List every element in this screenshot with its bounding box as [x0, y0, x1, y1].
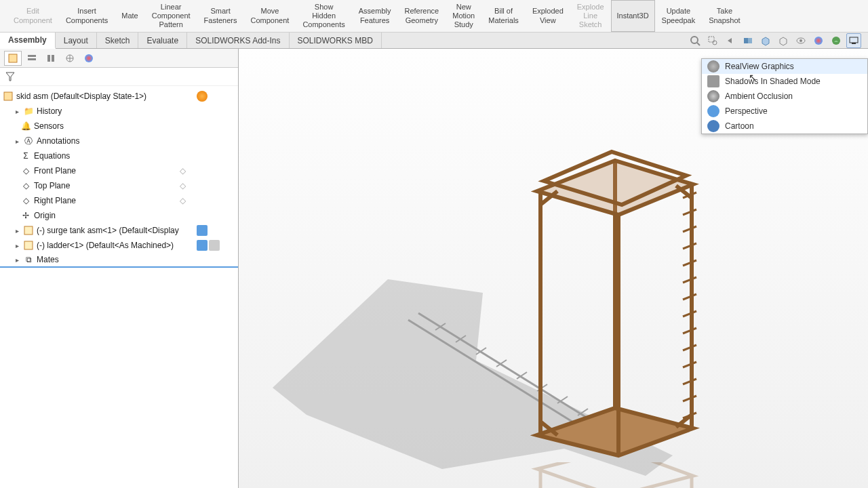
- component-pattern-btn[interactable]: Linear Component Pattern: [145, 0, 197, 32]
- show-hidden-btn[interactable]: Show Hidden Components: [296, 0, 351, 32]
- configuration-tab[interactable]: [42, 51, 60, 66]
- tree-front-plane[interactable]: ◇ Front Plane ◇: [0, 163, 238, 178]
- svg-point-5: [800, 39, 802, 42]
- perspective-item[interactable]: Perspective: [702, 104, 867, 119]
- tree-equations[interactable]: Σ Equations: [0, 148, 238, 163]
- new-motion-study-btn[interactable]: New Motion Study: [446, 0, 481, 32]
- tree-surge-tank[interactable]: ▸ (-) surge tank asm<1> (Default<Display…: [0, 223, 238, 238]
- tree-root[interactable]: skid asm (Default<Display State-1>): [0, 89, 238, 104]
- folder-icon: 📁: [23, 106, 34, 117]
- annotations-icon: Ⓐ: [23, 136, 34, 146]
- ambient-icon: [707, 90, 719, 102]
- expand-icon[interactable]: ▸: [14, 227, 20, 235]
- tab-layout[interactable]: Layout: [56, 33, 97, 48]
- reference-geometry-btn[interactable]: Reference Geometry: [397, 0, 446, 32]
- tab-addins[interactable]: SOLIDWORKS Add-Ins: [187, 33, 289, 48]
- edit-appearance-icon[interactable]: [811, 33, 826, 48]
- view-settings-dropdown: RealView Graphics Shadows In Shaded Mode…: [701, 58, 868, 134]
- realview-graphics-item[interactable]: RealView Graphics: [702, 59, 867, 74]
- explode-line-sketch-btn[interactable]: Explode Line Sketch: [570, 0, 611, 32]
- section-view-icon[interactable]: [741, 33, 755, 48]
- previous-view-icon[interactable]: [723, 33, 738, 48]
- expand-icon[interactable]: ▸: [14, 108, 20, 115]
- zoom-area-icon[interactable]: [705, 33, 720, 48]
- take-snapshot-btn[interactable]: Take Snapshot: [702, 0, 747, 32]
- tree-label: (-) surge tank asm<1> (Default<Display S…: [37, 226, 179, 235]
- mates-icon: ⧉: [23, 254, 34, 265]
- property-manager-tab[interactable]: [23, 51, 41, 66]
- svg-point-0: [691, 37, 698, 43]
- plane-icon: ◇: [20, 195, 31, 206]
- edit-icon[interactable]: [209, 240, 220, 251]
- svg-rect-8: [850, 37, 858, 43]
- tree-right-plane[interactable]: ◇ Right Plane ◇: [0, 193, 238, 208]
- plane-icon: ◇: [20, 180, 31, 191]
- command-tabs: Assembly Layout Sketch Evaluate SOLIDWOR…: [0, 33, 868, 49]
- expand-icon[interactable]: ▸: [14, 256, 20, 264]
- tab-sketch[interactable]: Sketch: [97, 33, 139, 48]
- expand-icon[interactable]: ▸: [14, 138, 20, 145]
- visibility-icon[interactable]: ◇: [180, 166, 186, 176]
- edit-component-btn[interactable]: Edit Component: [7, 0, 59, 32]
- mate-btn[interactable]: Mate: [115, 0, 144, 32]
- hide-show-icon[interactable]: [793, 33, 808, 48]
- smart-fasteners-btn[interactable]: Smart Fasteners: [197, 0, 244, 32]
- dimxpert-tab[interactable]: [61, 51, 79, 66]
- assembly-features-btn[interactable]: Assembly Features: [352, 0, 398, 32]
- sensors-icon: 🔔: [20, 121, 31, 131]
- view-orientation-icon[interactable]: [758, 33, 773, 48]
- tree-label: Origin: [34, 211, 56, 220]
- tree-label: Right Plane: [34, 196, 76, 205]
- realview-icon: [707, 60, 719, 73]
- tree-label: Top Plane: [34, 181, 70, 190]
- appearance-badge-icon[interactable]: [197, 91, 208, 102]
- tab-mbd[interactable]: SOLIDWORKS MBD: [290, 33, 382, 48]
- tree-ladder[interactable]: ▸ (-) ladder<1> (Default<As Machined>): [0, 238, 238, 253]
- tab-assembly[interactable]: Assembly: [0, 33, 56, 49]
- apply-scene-icon[interactable]: [829, 33, 844, 48]
- tree-label: Sensors: [34, 121, 64, 131]
- menu-label: Shadows In Shaded Mode: [725, 77, 821, 86]
- cartoon-item[interactable]: Cartoon: [702, 119, 867, 134]
- svg-rect-10: [9, 54, 17, 62]
- plane-icon: ◇: [20, 165, 31, 176]
- move-component-btn[interactable]: Move Component: [244, 0, 296, 32]
- visibility-icon[interactable]: ◇: [180, 181, 186, 190]
- tree-mates[interactable]: ▸ ⧉ Mates: [0, 253, 238, 268]
- zoom-to-fit-icon[interactable]: [688, 33, 703, 48]
- tab-evaluate[interactable]: Evaluate: [138, 33, 187, 48]
- filter-icon[interactable]: [4, 70, 16, 83]
- svg-rect-19: [24, 241, 33, 249]
- tree-label: (-) ladder<1> (Default<As Machined>): [37, 241, 174, 250]
- ambient-occlusion-item[interactable]: Ambient Occlusion: [702, 89, 867, 104]
- view-settings-icon[interactable]: [846, 33, 861, 48]
- instant3d-btn[interactable]: Instant3D: [611, 0, 655, 32]
- exploded-view-btn[interactable]: Exploded View: [526, 0, 570, 32]
- shadows-icon: [707, 75, 719, 87]
- cartoon-icon: [707, 120, 719, 132]
- menu-label: Perspective: [725, 106, 768, 116]
- feature-tree: skid asm (Default<Display State-1>) ▸ 📁 …: [0, 86, 238, 488]
- insert-components-btn[interactable]: Insert Components: [59, 0, 115, 32]
- visibility-icon[interactable]: ◇: [180, 196, 186, 205]
- tree-annotations[interactable]: ▸ Ⓐ Annotations: [0, 134, 238, 148]
- tree-history[interactable]: ▸ 📁 History: [0, 104, 238, 119]
- equations-icon: Σ: [20, 150, 31, 161]
- tree-top-plane[interactable]: ◇ Top Plane ◇: [0, 178, 238, 193]
- feature-manager-panel: skid asm (Default<Display State-1>) ▸ 📁 …: [0, 49, 239, 488]
- bill-of-materials-btn[interactable]: Bill of Materials: [481, 0, 526, 32]
- expand-icon[interactable]: ▸: [14, 242, 20, 249]
- display-manager-tab[interactable]: [80, 51, 98, 66]
- tree-sensors[interactable]: 🔔 Sensors: [0, 119, 238, 134]
- skid-frame-model[interactable]: [530, 103, 700, 462]
- display-style-icon[interactable]: [776, 33, 791, 48]
- update-speedpak-btn[interactable]: Update Speedpak: [655, 0, 703, 32]
- tree-origin[interactable]: ✢ Origin: [0, 208, 238, 223]
- shadows-item[interactable]: Shadows In Shaded Mode: [702, 74, 867, 89]
- tree-label: History: [37, 106, 62, 116]
- svg-rect-14: [52, 55, 54, 62]
- fm-tree-tab[interactable]: [4, 51, 22, 66]
- envelope-icon[interactable]: [197, 240, 208, 251]
- svg-point-6: [814, 37, 823, 45]
- envelope-icon[interactable]: [197, 225, 208, 236]
